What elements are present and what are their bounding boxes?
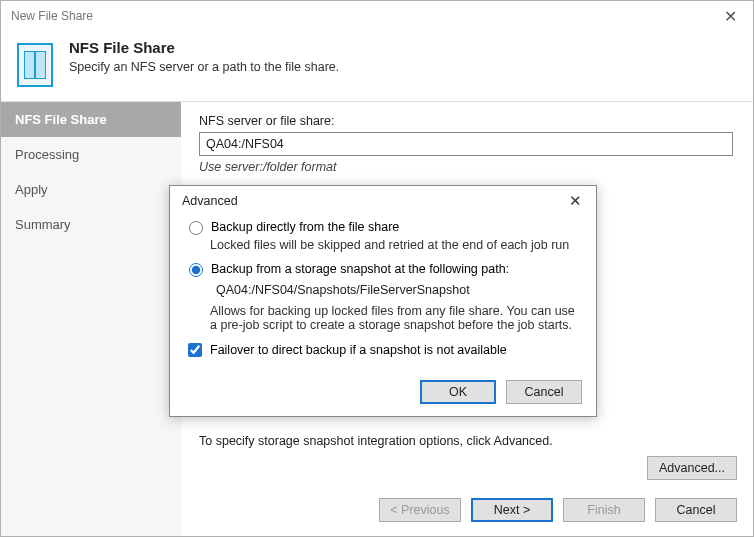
option-direct-label: Backup directly from the file share [211, 220, 399, 234]
modal-cancel-button[interactable]: Cancel [506, 380, 582, 404]
radio-direct[interactable] [189, 221, 203, 235]
modal-ok-button[interactable]: OK [420, 380, 496, 404]
option-snapshot-label: Backup from a storage snapshot at the fo… [211, 262, 509, 276]
option-direct[interactable]: Backup directly from the file share [184, 218, 582, 235]
page-subtitle: Specify an NFS server or a path to the f… [69, 60, 339, 74]
file-share-icon [17, 43, 53, 87]
failover-label: Failover to direct backup if a snapshot … [210, 343, 507, 357]
format-hint: Use server:/folder format [199, 160, 733, 174]
wizard-sidebar: NFS File Share Processing Apply Summary [1, 102, 181, 536]
modal-body: Backup directly from the file share Lock… [170, 216, 596, 380]
failover-option[interactable]: Failover to direct backup if a snapshot … [184, 340, 582, 360]
field-label: NFS server or file share: [199, 114, 733, 128]
wizard-buttons: < Previous Next > Finish Cancel [379, 498, 737, 522]
wizard-header: NFS File Share Specify an NFS server or … [1, 31, 753, 101]
option-direct-desc: Locked files will be skipped and retried… [210, 238, 582, 252]
modal-title: Advanced [182, 194, 563, 208]
sidebar-step-processing[interactable]: Processing [1, 137, 181, 172]
page-title: NFS File Share [69, 39, 339, 56]
sidebar-step-summary[interactable]: Summary [1, 207, 181, 242]
modal-close-icon[interactable]: ✕ [563, 192, 588, 210]
modal-titlebar: Advanced ✕ [170, 186, 596, 216]
sidebar-step-nfs[interactable]: NFS File Share [1, 102, 181, 137]
sidebar-step-apply[interactable]: Apply [1, 172, 181, 207]
checkbox-failover[interactable] [188, 343, 202, 357]
advanced-hint: To specify storage snapshot integration … [199, 434, 553, 448]
advanced-modal: Advanced ✕ Backup directly from the file… [169, 185, 597, 417]
window-title: New File Share [11, 9, 708, 23]
cancel-button[interactable]: Cancel [655, 498, 737, 522]
previous-button: < Previous [379, 498, 461, 522]
snapshot-path-input[interactable]: QA04:/NFS04/Snapshots/FileServerSnapshot [210, 280, 582, 300]
radio-snapshot[interactable] [189, 263, 203, 277]
nfs-path-input[interactable] [199, 132, 733, 156]
next-button[interactable]: Next > [471, 498, 553, 522]
advanced-button-row: Advanced... [647, 456, 737, 480]
option-snapshot[interactable]: Backup from a storage snapshot at the fo… [184, 260, 582, 277]
modal-buttons: OK Cancel [170, 380, 596, 416]
titlebar: New File Share ✕ [1, 1, 753, 31]
wizard-window: New File Share ✕ NFS File Share Specify … [0, 0, 754, 537]
option-snapshot-desc: Allows for backing up locked files from … [210, 304, 582, 332]
advanced-button[interactable]: Advanced... [647, 456, 737, 480]
finish-button: Finish [563, 498, 645, 522]
header-text: NFS File Share Specify an NFS server or … [69, 39, 339, 74]
close-icon[interactable]: ✕ [708, 1, 753, 31]
